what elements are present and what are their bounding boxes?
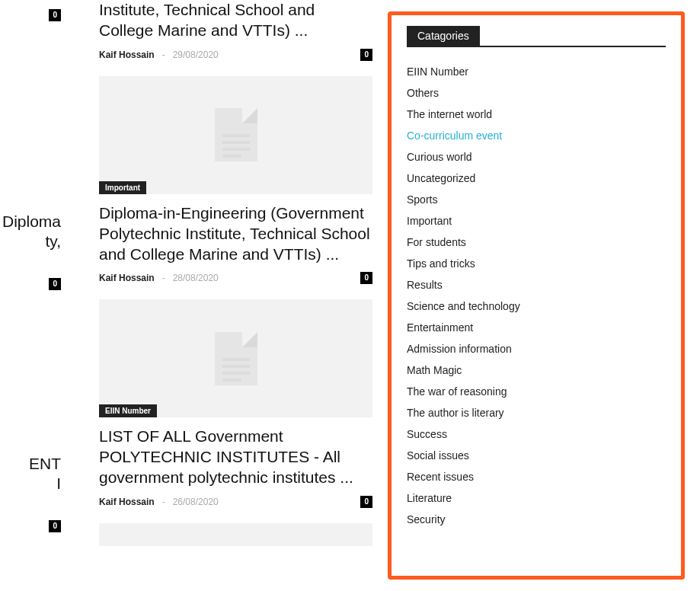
comment-count-badge: 0 — [49, 9, 61, 21]
category-link[interactable]: Tips and tricks — [407, 257, 475, 270]
category-item: Results — [407, 274, 666, 296]
category-item: Social issues — [407, 445, 666, 466]
category-link[interactable]: Uncategorized — [407, 172, 475, 184]
article-title[interactable]: Institute, Technical School and College … — [99, 0, 372, 41]
category-link[interactable]: Curious world — [407, 151, 472, 163]
category-item: Success — [407, 423, 666, 445]
category-item: Security — [407, 509, 666, 530]
article-title[interactable]: Diploma-in-Engineering (Government Polyt… — [99, 203, 372, 265]
category-item: Tips and tricks — [407, 253, 666, 274]
category-item: Curious world — [407, 146, 666, 168]
article-thumbnail[interactable]: EIIN Number — [99, 299, 372, 417]
category-item: For students — [407, 232, 666, 253]
widget-header: Catagories — [407, 26, 666, 47]
article-thumbnail[interactable]: Important — [99, 76, 372, 194]
article-author[interactable]: Kaif Hossain — [99, 497, 155, 507]
articles-column: Institute, Technical School and College … — [61, 0, 388, 591]
comment-count-badge: 0 — [49, 520, 61, 532]
article-item: Institute, Technical School and College … — [99, 0, 372, 61]
partial-title: Diploma ty, — [2, 212, 61, 252]
category-link[interactable]: Math Magic — [407, 364, 462, 376]
category-link[interactable]: Results — [407, 279, 443, 291]
category-link[interactable]: Co-curriculum event — [407, 129, 502, 142]
category-link[interactable]: Recent issues — [407, 471, 474, 483]
category-tag[interactable]: EIIN Number — [99, 404, 157, 417]
category-item: The war of reasoning — [407, 381, 666, 402]
categories-sidebar: Catagories EIIN NumberOthersThe internet… — [388, 11, 685, 580]
article-author[interactable]: Kaif Hossain — [99, 50, 155, 60]
category-link[interactable]: Social issues — [407, 449, 469, 462]
category-item: Admission information — [407, 338, 666, 359]
category-item: Uncategorized — [407, 168, 666, 189]
article-date: 28/08/2020 — [173, 273, 219, 283]
left-partial-column: 0 Diploma ty, 0 ENT I 0 — [0, 0, 61, 591]
category-item: Important — [407, 210, 666, 232]
category-link[interactable]: For students — [407, 236, 466, 248]
category-item: The author is literary — [407, 402, 666, 423]
article-author[interactable]: Kaif Hossain — [99, 273, 155, 283]
category-list: EIIN NumberOthersThe internet worldCo-cu… — [407, 61, 666, 530]
category-link[interactable]: Sports — [407, 193, 437, 206]
document-icon — [215, 332, 257, 385]
category-link[interactable]: Admission information — [407, 343, 512, 355]
category-link[interactable]: The author is literary — [407, 407, 504, 419]
document-icon — [215, 108, 257, 161]
article-item: EIIN Number LIST OF ALL Government POLYT… — [99, 299, 372, 508]
comment-count-badge: 0 — [360, 272, 372, 284]
category-link[interactable]: Important — [407, 215, 452, 227]
article-thumbnail[interactable] — [99, 523, 372, 546]
category-item: Entertainment — [407, 317, 666, 338]
article-item — [99, 523, 372, 546]
comment-count-badge: 0 — [360, 496, 372, 508]
partial-title: ENT I — [29, 454, 61, 494]
category-link[interactable]: Science and technology — [407, 300, 520, 312]
category-item: Others — [407, 82, 666, 104]
article-item: Important Diploma-in-Engineering (Govern… — [99, 76, 372, 285]
category-item: Math Magic — [407, 359, 666, 381]
category-item: The internet world — [407, 104, 666, 125]
category-item: EIIN Number — [407, 61, 666, 82]
category-link[interactable]: Literature — [407, 492, 452, 504]
category-item: Sports — [407, 189, 666, 210]
article-date: 29/08/2020 — [173, 50, 219, 60]
category-link[interactable]: The internet world — [407, 108, 492, 120]
article-title[interactable]: LIST OF ALL Government POLYTECHNIC INSTI… — [99, 426, 372, 488]
category-tag[interactable]: Important — [99, 181, 146, 194]
widget-title: Catagories — [407, 26, 480, 46]
category-link[interactable]: Entertainment — [407, 321, 473, 334]
category-item: Co-curriculum event — [407, 125, 666, 146]
category-link[interactable]: Security — [407, 513, 446, 526]
comment-count-badge: 0 — [49, 278, 61, 290]
article-date: 26/08/2020 — [173, 497, 219, 507]
category-link[interactable]: Success — [407, 428, 447, 440]
category-item: Recent issues — [407, 466, 666, 487]
comment-count-badge: 0 — [360, 49, 372, 61]
category-link[interactable]: The war of reasoning — [407, 385, 507, 398]
category-item: Science and technology — [407, 296, 666, 317]
category-link[interactable]: Others — [407, 87, 439, 99]
category-item: Literature — [407, 487, 666, 509]
category-link[interactable]: EIIN Number — [407, 65, 468, 78]
